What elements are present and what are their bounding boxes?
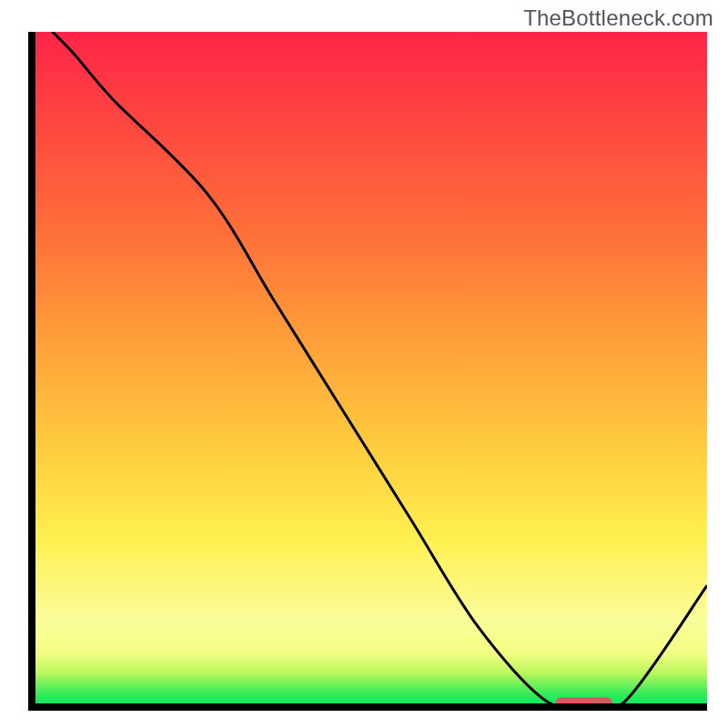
bottleneck-chart: TheBottleneck.com xyxy=(0,0,728,728)
gradient-background xyxy=(32,32,707,707)
chart-svg xyxy=(0,0,728,728)
watermark-label: TheBottleneck.com xyxy=(523,5,713,31)
